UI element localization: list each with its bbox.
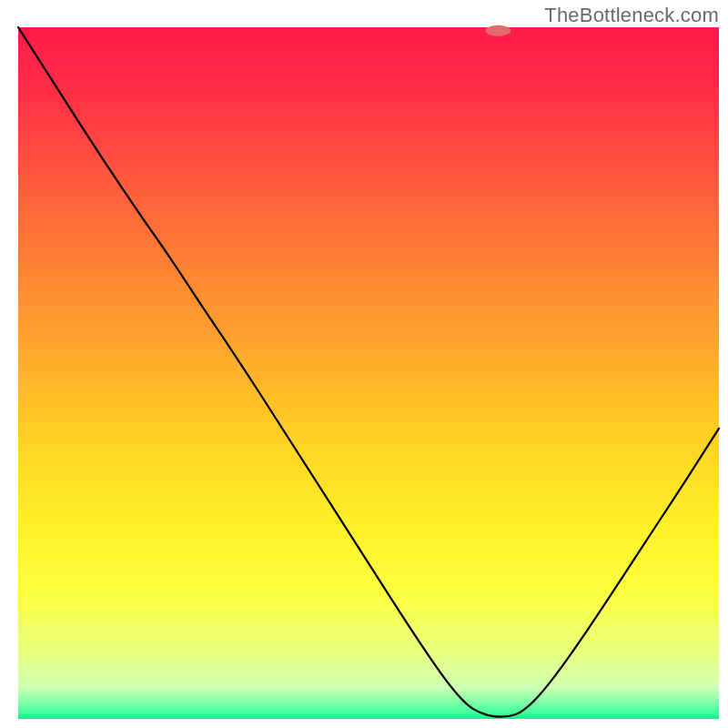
chart-svg <box>0 0 728 728</box>
chart-background <box>18 27 719 719</box>
optimum-marker <box>485 25 511 36</box>
chart-stage: TheBottleneck.com <box>0 0 728 728</box>
